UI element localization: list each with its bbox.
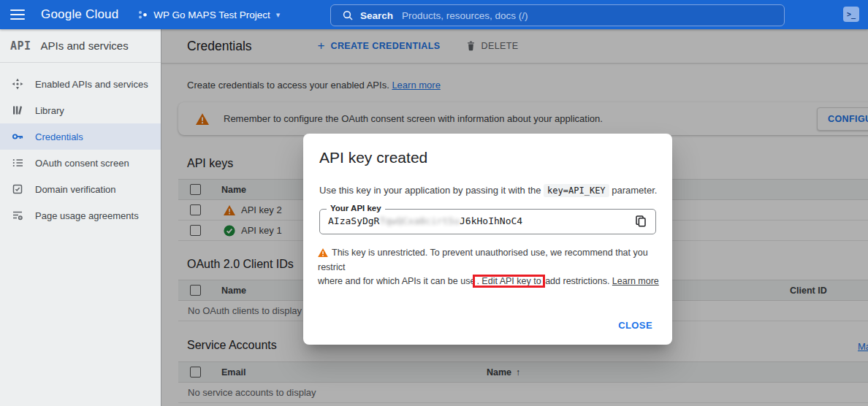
dialog-title: API key created	[319, 149, 427, 166]
consent-list-icon	[12, 157, 23, 169]
key-icon	[12, 131, 23, 142]
agreements-gear-icon	[12, 210, 23, 221]
dialog-body-text: Use this key in your application by pass…	[319, 185, 657, 196]
dashboard-icon	[12, 78, 23, 90]
project-selector[interactable]: WP Go MAPS Test Project ▾	[137, 9, 280, 20]
search-input[interactable]: Search Products, resources, docs (/)	[330, 4, 785, 26]
sidebar-item-label: Credentials	[35, 131, 83, 142]
library-icon	[12, 104, 23, 116]
search-placeholder: Products, resources, docs (/)	[402, 10, 528, 21]
sidebar-item-credentials[interactable]: Credentials	[0, 123, 161, 150]
sidebar-item-library[interactable]: Library	[0, 97, 161, 123]
top-app-bar: Google Cloud WP Go MAPS Test Project ▾ S…	[0, 0, 868, 29]
code-chip: key=API_KEY	[544, 184, 609, 197]
api-key-created-dialog: API key created Use this key in your app…	[303, 134, 672, 345]
google-cloud-logo[interactable]: Google Cloud	[41, 7, 118, 22]
chevron-down-icon: ▾	[276, 10, 281, 20]
sidebar-item-oauth-consent[interactable]: OAuth consent screen	[0, 150, 161, 176]
checkbox-check-icon	[12, 183, 23, 195]
sidebar-item-label: Enabled APIs and services	[35, 79, 148, 90]
cloud-shell-icon[interactable]: >_	[843, 7, 859, 22]
copy-icon[interactable]	[634, 215, 647, 228]
search-icon	[343, 10, 353, 20]
edit-api-key-link[interactable]: Edit API key	[481, 276, 530, 286]
sidebar-item-enabled-apis[interactable]: Enabled APIs and services	[0, 71, 161, 97]
sidebar-item-label: Page usage agreements	[35, 210, 139, 221]
sidebar-item-page-usage-agreements[interactable]: Page usage agreements	[0, 202, 161, 229]
sidebar: API APIs and services Enabled APIs and s…	[0, 29, 161, 406]
sidebar-title: APIs and services	[41, 39, 129, 52]
close-button[interactable]: CLOSE	[618, 320, 652, 331]
sidebar-item-domain-verification[interactable]: Domain verification	[0, 176, 161, 202]
warning-icon	[318, 248, 328, 257]
learn-more-link[interactable]: Learn more	[612, 276, 659, 286]
api-key-value: AIzaSyDgRTqwQCxa8cirtSuJ6kHoIhNoC4	[328, 215, 522, 226]
sidebar-item-label: OAuth consent screen	[35, 158, 129, 169]
sidebar-header: API APIs and services	[0, 29, 161, 63]
api-key-field[interactable]: Your API key AIzaSyDgRTqwQCxa8cirtSuJ6kH…	[319, 209, 656, 234]
red-annotation-box: . Edit API key to	[475, 276, 542, 286]
sidebar-item-label: Library	[35, 105, 64, 116]
dialog-warning-text: This key is unrestricted. To prevent una…	[318, 246, 664, 289]
project-grid-icon	[137, 9, 148, 20]
sidebar-item-label: Domain verification	[35, 184, 116, 195]
masked-key-segment: TqwQCxa8cirtSu	[379, 215, 460, 226]
api-key-field-label: Your API key	[327, 204, 385, 212]
search-label: Search	[360, 10, 393, 21]
project-name: WP Go MAPS Test Project	[153, 9, 270, 20]
menu-icon[interactable]	[10, 9, 25, 20]
api-logo: API	[10, 39, 31, 53]
sidebar-nav: Enabled APIs and services Library Creden…	[0, 71, 161, 229]
